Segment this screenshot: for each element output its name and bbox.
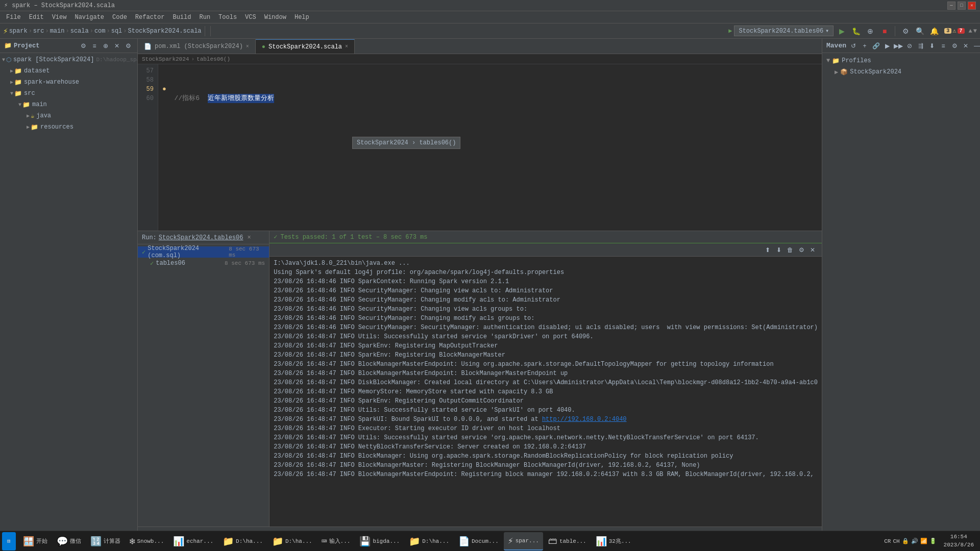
- run-tab-close[interactable]: ×: [247, 234, 251, 241]
- run-time-stockspark: 8 sec 673 ms: [229, 246, 269, 258]
- tray-cr: CR: [884, 538, 891, 544]
- tree-item-resources[interactable]: ▶ 📁 resources: [0, 121, 137, 133]
- run-config-dropdown[interactable]: StockSpark2024.tables06 ▾: [734, 26, 834, 36]
- breadcrumb-com: com: [94, 28, 106, 35]
- run-config-label: StockSpark2024.tables06: [739, 28, 823, 35]
- taskbar-calc[interactable]: 🔢 计算器: [86, 532, 125, 550]
- settings-button[interactable]: ⚙: [899, 25, 912, 37]
- console-line-23: 23/08/26 16:48:47 INFO BlockManagerMaste…: [274, 470, 818, 479]
- taskbar-folder3[interactable]: 📁 D:\ha...: [405, 532, 453, 550]
- run-item-tables06[interactable]: ✓ tables06 8 sec 673 ms: [138, 258, 269, 269]
- menu-vcs[interactable]: VCS: [241, 13, 260, 22]
- breadcrumb-src: src: [33, 28, 44, 35]
- spark-ui-link[interactable]: http://192.168.0.2:4040: [542, 416, 627, 423]
- console-close-btn[interactable]: ✕: [807, 245, 818, 255]
- maven-settings-btn[interactable]: ⚙: [949, 41, 960, 51]
- console-line-18: 23/08/26 16:48:47 INFO Executor: Startin…: [274, 424, 818, 433]
- code-indent: [166, 94, 175, 103]
- tray-network-icon: 📶: [920, 538, 927, 544]
- maven-debug-run-btn[interactable]: ▶▶: [893, 41, 903, 51]
- project-settings-btn[interactable]: ⚙: [78, 41, 88, 51]
- tree-item-main[interactable]: ▼ 📁 main: [0, 99, 137, 110]
- menu-file[interactable]: File: [2, 13, 25, 22]
- console-settings-btn[interactable]: ⚙: [796, 245, 806, 255]
- tab-pom-close[interactable]: ×: [246, 44, 249, 49]
- run-panel: Run: StockSpark2024.tables06 × ✓ StockSp…: [138, 231, 270, 527]
- tray-battery-icon: 🔋: [929, 538, 937, 544]
- menu-window[interactable]: Window: [260, 13, 290, 22]
- console-scroll-top-btn[interactable]: ⬆: [763, 245, 773, 255]
- tree-item-java[interactable]: ▶ ☕ java: [0, 110, 137, 121]
- run-button[interactable]: ▶: [836, 25, 848, 37]
- menu-run[interactable]: Run: [195, 13, 214, 22]
- tree-item-src[interactable]: ▼ 📁 src: [0, 88, 137, 99]
- search-everywhere-button[interactable]: 🔍: [914, 25, 926, 37]
- taskbar-docum[interactable]: 📄 Docum...: [454, 532, 503, 550]
- maven-skip-tests-btn[interactable]: ⊘: [904, 41, 915, 51]
- taskbar-table[interactable]: 🗃 table...: [544, 532, 591, 550]
- notifications-button[interactable]: 🔔: [928, 25, 940, 37]
- taskbar-echar[interactable]: 📊 echar...: [169, 532, 217, 550]
- console-clear-btn[interactable]: 🗑: [785, 245, 795, 255]
- input-label: 输入...: [329, 537, 351, 545]
- project-panel: 📁 Project ⚙ ≡ ⊕ ✕ ⚙ ▼ ⬡ spark [StockSpar…: [0, 39, 138, 551]
- maven-add-btn[interactable]: +: [860, 41, 870, 51]
- tab-stockspark-close[interactable]: ×: [345, 44, 348, 49]
- maven-collapse-btn[interactable]: ≡: [938, 41, 948, 51]
- taskbar-folder1[interactable]: 📁 D:\ha...: [218, 532, 267, 550]
- taskbar-spark[interactable]: ⚡ spar...: [504, 532, 543, 550]
- m32-icon: 📊: [596, 536, 607, 547]
- tree-item-spark[interactable]: ▼ ⬡ spark [StockSpark2024] D:\hadoop_spa…: [0, 54, 137, 65]
- menu-code[interactable]: Code: [108, 13, 131, 22]
- project-gear-btn[interactable]: ⚙: [123, 41, 133, 51]
- start-button[interactable]: ⊞: [2, 532, 16, 550]
- maven-download-btn[interactable]: ⬇: [927, 41, 937, 51]
- maven-reload-btn[interactable]: ↺: [848, 41, 859, 51]
- taskbar-32m[interactable]: 📊 32兆...: [592, 532, 635, 550]
- code-content[interactable]: ● //指标6 近年新增股票数量分析 StockSpark2024 › tabl…: [158, 64, 822, 231]
- menu-help[interactable]: Help: [290, 13, 313, 22]
- menu-navigate[interactable]: Navigate: [70, 13, 108, 22]
- maximize-button[interactable]: □: [958, 2, 966, 10]
- eb-sep: ›: [191, 56, 194, 62]
- project-close-btn[interactable]: ✕: [112, 41, 122, 51]
- minimize-button[interactable]: —: [947, 2, 955, 10]
- stockspark-label: StockSpark2024: [850, 68, 901, 76]
- kaishi-label: 开始: [36, 537, 47, 545]
- run-item-stockspark[interactable]: ✓ StockSpark2024 (com.sql) 8 sec 673 ms: [138, 246, 269, 258]
- tree-item-spark-warehouse[interactable]: ▶ 📁 spark-warehouse: [0, 77, 137, 88]
- code-editor[interactable]: 57 58 59 60 ● //指标6: [138, 64, 822, 231]
- maven-item-profiles[interactable]: ▼ 📁 Profiles: [822, 55, 980, 66]
- taskbar-snowb[interactable]: ❄ Snowb...: [126, 532, 168, 550]
- run-with-coverage-button[interactable]: ⊕: [864, 25, 876, 37]
- menu-build[interactable]: Build: [168, 13, 195, 22]
- maven-link-btn[interactable]: 🔗: [871, 41, 881, 51]
- menu-tools[interactable]: Tools: [214, 13, 241, 22]
- taskbar-weixin[interactable]: 💬 微信: [53, 532, 85, 550]
- console-output[interactable]: I:\Java\jdk1.8.0_221\bin\java.exe ... Us…: [270, 257, 822, 527]
- maven-run-btn[interactable]: ▶: [882, 41, 892, 51]
- maven-item-stockspark2024[interactable]: ▶ 📦 StockSpark2024: [822, 66, 980, 78]
- debug-button[interactable]: 🐛: [850, 25, 862, 37]
- maven-close-btn[interactable]: ✕: [961, 41, 971, 51]
- breadcrumb-file: StockSpark2024.scala: [128, 28, 202, 35]
- close-button[interactable]: ✕: [968, 2, 976, 10]
- taskbar-folder2[interactable]: 📁 D:\ha...: [268, 532, 316, 550]
- tab-stockspark[interactable]: ● StockSpark2024.scala ×: [256, 39, 355, 54]
- taskbar-input[interactable]: ⌨ 输入...: [317, 532, 355, 550]
- stop-button[interactable]: ■: [878, 25, 891, 37]
- menu-refactor[interactable]: Refactor: [131, 13, 169, 22]
- profiles-label: Profiles: [842, 57, 871, 64]
- maven-minimize-btn[interactable]: —: [972, 41, 980, 51]
- tab-pom-xml[interactable]: 📄 pom.xml (StockSpark2024) ×: [138, 39, 256, 54]
- test-banner-text: Tests passed: 1 of 1 test – 8 sec 673 ms: [280, 234, 427, 241]
- project-collapse-btn[interactable]: ≡: [89, 41, 100, 51]
- menu-edit[interactable]: Edit: [25, 13, 48, 22]
- taskbar-kaishi[interactable]: 🪟 开始: [19, 532, 52, 550]
- menu-view[interactable]: View: [48, 13, 71, 22]
- console-scroll-bottom-btn[interactable]: ⬇: [774, 245, 784, 255]
- taskbar-bigdata[interactable]: 💾 bigda...: [355, 532, 404, 550]
- tree-item-dataset[interactable]: ▶ 📁 dataset: [0, 65, 137, 77]
- maven-thread-btn[interactable]: ⇶: [916, 41, 926, 51]
- project-expand-btn[interactable]: ⊕: [101, 41, 111, 51]
